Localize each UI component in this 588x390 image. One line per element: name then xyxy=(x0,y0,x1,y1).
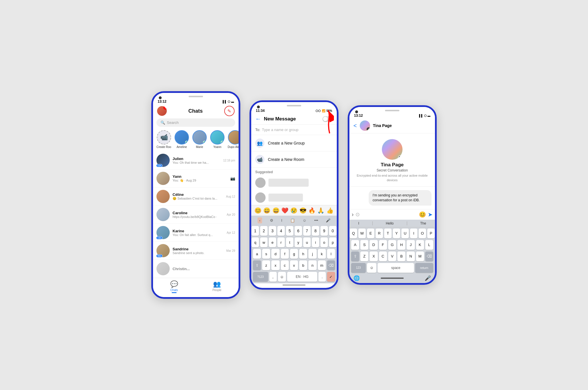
key-3[interactable]: 3 xyxy=(269,226,276,236)
key3-m[interactable]: M xyxy=(416,251,424,261)
key-j[interactable]: j xyxy=(308,249,316,259)
key-z[interactable]: z xyxy=(262,260,270,270)
key3-space[interactable]: space xyxy=(378,263,414,273)
key3-num[interactable]: 123 xyxy=(351,263,366,273)
key3-l[interactable]: L xyxy=(425,240,433,250)
key-7[interactable]: 7 xyxy=(303,226,311,236)
toolbar-back[interactable]: ‹ xyxy=(258,217,262,223)
key3-return[interactable]: return xyxy=(415,263,433,273)
story-marie[interactable]: Marie xyxy=(192,130,207,149)
suggestion-i[interactable]: I xyxy=(358,221,359,225)
key-8[interactable]: 8 xyxy=(312,226,319,236)
key3-s[interactable]: S xyxy=(360,240,368,250)
key3-e[interactable]: E xyxy=(367,229,374,238)
key-w[interactable]: w xyxy=(260,237,268,247)
key-delete[interactable]: ⌫ xyxy=(327,260,335,270)
nav-people[interactable]: 👥 People xyxy=(212,280,221,293)
key3-q[interactable]: Q xyxy=(350,229,357,238)
chat-item-celine[interactable]: Céline 😊 Sebastien C'est toi dans la... … xyxy=(153,188,239,206)
key-y[interactable]: y xyxy=(295,237,302,247)
expand-icon[interactable]: › xyxy=(352,211,354,218)
key3-n[interactable]: N xyxy=(407,251,415,261)
chat-item-caroline[interactable]: Caroline https://youtu.be/b8QKodBlaCo · … xyxy=(153,206,239,224)
key-emoji[interactable]: ☺ xyxy=(278,272,286,282)
toolbar-clipboard[interactable]: 📋 xyxy=(290,218,295,223)
key3-g[interactable]: G xyxy=(388,240,396,250)
key3-shift[interactable]: ⇧ xyxy=(351,251,359,261)
suggested-item-2[interactable] xyxy=(251,190,337,205)
create-room-option[interactable]: 📹 Create a New Room xyxy=(251,151,337,168)
nav-chats[interactable]: 💬 Chats xyxy=(170,280,178,293)
key3-a[interactable]: A xyxy=(351,240,359,250)
key-enter[interactable]: ✓ xyxy=(327,272,335,282)
key3-emoji-btn[interactable]: ☺ xyxy=(367,263,377,273)
story-yoann[interactable]: Yoann xyxy=(210,130,225,149)
key3-r[interactable]: R xyxy=(376,229,383,238)
globe-icon[interactable]: 🌐 xyxy=(353,275,360,281)
key-d[interactable]: d xyxy=(271,249,279,259)
key3-t[interactable]: T xyxy=(384,229,392,238)
suggested-item-1[interactable] xyxy=(251,175,337,190)
suggestion-the[interactable]: The xyxy=(420,221,426,225)
key3-i[interactable]: I xyxy=(410,229,417,238)
back-button-2[interactable]: ← xyxy=(255,116,261,122)
toolbar-cursor[interactable]: I xyxy=(281,218,283,223)
toolbar-more[interactable]: ••• xyxy=(314,218,318,223)
back-button-3[interactable]: < xyxy=(353,122,357,129)
key3-d[interactable]: D xyxy=(370,240,378,250)
chat-item-sandrine[interactable]: 56m Sandrine Sandrine sent a photo. Mar … xyxy=(153,242,239,260)
key3-x[interactable]: X xyxy=(370,251,378,261)
key-g[interactable]: g xyxy=(290,249,298,259)
key-4[interactable]: 4 xyxy=(277,226,285,236)
key-9[interactable]: 9 xyxy=(320,226,328,236)
key-f[interactable]: f xyxy=(281,249,289,259)
key-q[interactable]: q xyxy=(252,237,259,247)
key-num-switch[interactable]: ?123 xyxy=(253,272,268,282)
key-l[interactable]: l xyxy=(327,249,335,259)
key-n[interactable]: n xyxy=(308,260,316,270)
search-bar[interactable]: 🔍 Search xyxy=(156,118,235,127)
key-6[interactable]: 6 xyxy=(295,226,302,236)
chat-item-yann[interactable]: Yann You: 👋 · Aug 29 📷 xyxy=(153,169,239,188)
key3-c[interactable]: C xyxy=(379,251,387,261)
user-avatar[interactable]: 5 xyxy=(157,106,167,116)
key-p[interactable]: p xyxy=(329,237,336,247)
key-b[interactable]: b xyxy=(299,260,307,270)
toolbar-mic[interactable]: 🎤 xyxy=(326,218,330,223)
key-space[interactable]: EN · HG xyxy=(287,272,317,282)
key3-u[interactable]: U xyxy=(401,229,409,238)
create-group-option[interactable]: 👥 Create a New Group xyxy=(251,135,337,151)
key3-b[interactable]: B xyxy=(397,251,405,261)
key-0[interactable]: 0 xyxy=(329,226,336,236)
key-u[interactable]: u xyxy=(303,237,311,247)
key-m[interactable]: m xyxy=(318,260,326,270)
contact-header-name[interactable]: Tina Page xyxy=(373,123,392,128)
key-1[interactable]: 1 xyxy=(252,226,259,236)
secret-toggle[interactable] xyxy=(322,116,333,122)
key-e[interactable]: e xyxy=(269,237,276,247)
key-i[interactable]: i xyxy=(312,237,319,247)
key-h[interactable]: h xyxy=(299,249,307,259)
emoji-input-btn[interactable]: 😊 xyxy=(419,211,426,218)
key3-k[interactable]: K xyxy=(416,240,424,250)
send-button[interactable]: ➤ xyxy=(428,211,433,218)
key3-w[interactable]: W xyxy=(358,229,366,238)
key3-y[interactable]: Y xyxy=(393,229,400,238)
toolbar-settings[interactable]: ⚙ xyxy=(270,218,273,223)
key-r[interactable]: r xyxy=(277,237,285,247)
key3-delete[interactable]: ⌫ xyxy=(425,251,433,261)
key3-z[interactable]: Z xyxy=(360,251,368,261)
key3-v[interactable]: V xyxy=(388,251,396,261)
chat-item-karine[interactable]: 14m Karine You: On fait aller. Surtout q… xyxy=(153,224,239,242)
key-t[interactable]: t xyxy=(286,237,293,247)
key-v[interactable]: v xyxy=(290,260,298,270)
key-shift[interactable]: ⇧ xyxy=(253,260,261,270)
key3-p[interactable]: P xyxy=(427,229,435,238)
chat-item-julien[interactable]: 11m Julien You: Oh that time we ha... 12… xyxy=(153,151,239,169)
key-k[interactable]: k xyxy=(318,249,326,259)
key3-f[interactable]: F xyxy=(379,240,387,250)
key-a[interactable]: a xyxy=(253,249,261,259)
toolbar-emoji[interactable]: ☺ xyxy=(303,218,306,223)
key-comma[interactable]: , xyxy=(269,272,277,282)
key3-j[interactable]: J xyxy=(407,240,415,250)
